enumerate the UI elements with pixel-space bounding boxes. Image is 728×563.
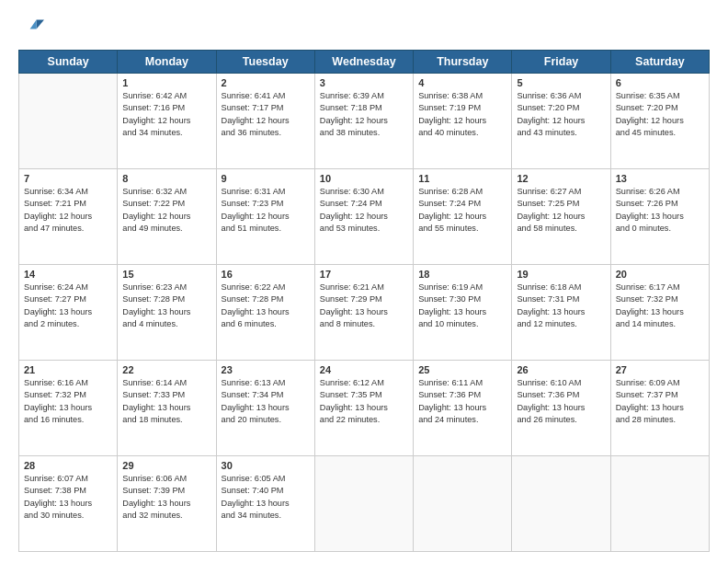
col-header-thursday: Thursday [414, 51, 512, 74]
day-cell: 8Sunrise: 6:32 AM Sunset: 7:22 PM Daylig… [118, 169, 216, 265]
col-header-wednesday: Wednesday [314, 51, 413, 74]
day-detail: Sunrise: 6:22 AM Sunset: 7:28 PM Dayligh… [222, 282, 310, 330]
day-detail: Sunrise: 6:23 AM Sunset: 7:28 PM Dayligh… [122, 282, 210, 330]
day-cell: 5Sunrise: 6:36 AM Sunset: 7:20 PM Daylig… [512, 74, 610, 169]
day-cell: 18Sunrise: 6:19 AM Sunset: 7:30 PM Dayli… [414, 265, 512, 361]
day-cell: 24Sunrise: 6:12 AM Sunset: 7:35 PM Dayli… [314, 361, 413, 456]
day-cell: 17Sunrise: 6:21 AM Sunset: 7:29 PM Dayli… [314, 265, 413, 361]
week-row-0: 1Sunrise: 6:42 AM Sunset: 7:16 PM Daylig… [19, 74, 710, 169]
day-cell [414, 456, 512, 552]
day-number: 15 [122, 269, 210, 280]
day-number: 20 [616, 269, 704, 280]
day-detail: Sunrise: 6:35 AM Sunset: 7:20 PM Dayligh… [616, 90, 704, 139]
day-cell: 30Sunrise: 6:05 AM Sunset: 7:40 PM Dayli… [216, 456, 314, 552]
day-detail: Sunrise: 6:36 AM Sunset: 7:20 PM Dayligh… [517, 90, 605, 139]
day-cell: 9Sunrise: 6:31 AM Sunset: 7:23 PM Daylig… [216, 169, 314, 265]
day-number: 27 [616, 364, 704, 375]
day-number: 29 [122, 460, 210, 471]
header [18, 15, 710, 40]
day-cell: 6Sunrise: 6:35 AM Sunset: 7:20 PM Daylig… [610, 74, 709, 169]
day-cell: 15Sunrise: 6:23 AM Sunset: 7:28 PM Dayli… [118, 265, 216, 361]
day-cell: 21Sunrise: 6:16 AM Sunset: 7:32 PM Dayli… [19, 361, 118, 456]
day-detail: Sunrise: 6:07 AM Sunset: 7:38 PM Dayligh… [24, 473, 112, 522]
week-row-1: 7Sunrise: 6:34 AM Sunset: 7:21 PM Daylig… [19, 169, 710, 265]
day-cell: 14Sunrise: 6:24 AM Sunset: 7:27 PM Dayli… [19, 265, 118, 361]
day-cell: 3Sunrise: 6:39 AM Sunset: 7:18 PM Daylig… [314, 74, 413, 169]
day-detail: Sunrise: 6:27 AM Sunset: 7:25 PM Dayligh… [517, 186, 605, 235]
day-number: 6 [616, 77, 704, 88]
day-cell: 7Sunrise: 6:34 AM Sunset: 7:21 PM Daylig… [19, 169, 118, 265]
day-cell [19, 74, 118, 169]
day-cell [314, 456, 413, 552]
day-number: 8 [122, 173, 210, 184]
day-cell: 1Sunrise: 6:42 AM Sunset: 7:16 PM Daylig… [118, 74, 216, 169]
day-detail: Sunrise: 6:28 AM Sunset: 7:24 PM Dayligh… [418, 186, 506, 235]
day-number: 9 [222, 173, 310, 184]
day-cell: 2Sunrise: 6:41 AM Sunset: 7:17 PM Daylig… [216, 74, 314, 169]
day-detail: Sunrise: 6:05 AM Sunset: 7:40 PM Dayligh… [222, 473, 310, 522]
day-detail: Sunrise: 6:30 AM Sunset: 7:24 PM Dayligh… [320, 186, 408, 235]
col-header-saturday: Saturday [610, 51, 709, 74]
day-cell: 26Sunrise: 6:10 AM Sunset: 7:36 PM Dayli… [512, 361, 610, 456]
day-cell [512, 456, 610, 552]
day-detail: Sunrise: 6:41 AM Sunset: 7:17 PM Dayligh… [222, 90, 310, 139]
day-detail: Sunrise: 6:21 AM Sunset: 7:29 PM Dayligh… [320, 282, 408, 330]
col-header-sunday: Sunday [19, 51, 118, 74]
day-detail: Sunrise: 6:17 AM Sunset: 7:32 PM Dayligh… [616, 282, 704, 330]
day-detail: Sunrise: 6:39 AM Sunset: 7:18 PM Dayligh… [320, 90, 408, 139]
day-detail: Sunrise: 6:16 AM Sunset: 7:32 PM Dayligh… [24, 377, 112, 426]
day-cell [610, 456, 709, 552]
day-number: 13 [616, 173, 704, 184]
day-detail: Sunrise: 6:06 AM Sunset: 7:39 PM Dayligh… [122, 473, 210, 522]
day-number: 18 [418, 269, 506, 280]
day-cell: 20Sunrise: 6:17 AM Sunset: 7:32 PM Dayli… [610, 265, 709, 361]
day-cell: 4Sunrise: 6:38 AM Sunset: 7:19 PM Daylig… [414, 74, 512, 169]
day-cell: 10Sunrise: 6:30 AM Sunset: 7:24 PM Dayli… [314, 169, 413, 265]
day-detail: Sunrise: 6:14 AM Sunset: 7:33 PM Dayligh… [122, 377, 210, 426]
logo [18, 15, 48, 40]
day-cell: 11Sunrise: 6:28 AM Sunset: 7:24 PM Dayli… [414, 169, 512, 265]
week-row-3: 21Sunrise: 6:16 AM Sunset: 7:32 PM Dayli… [19, 361, 710, 456]
day-detail: Sunrise: 6:09 AM Sunset: 7:37 PM Dayligh… [616, 377, 704, 426]
day-number: 4 [418, 77, 506, 88]
day-number: 2 [222, 77, 310, 88]
day-detail: Sunrise: 6:18 AM Sunset: 7:31 PM Dayligh… [517, 282, 605, 330]
day-detail: Sunrise: 6:26 AM Sunset: 7:26 PM Dayligh… [616, 186, 704, 235]
day-number: 21 [24, 364, 112, 375]
col-header-monday: Monday [118, 51, 216, 74]
day-number: 11 [418, 173, 506, 184]
day-detail: Sunrise: 6:42 AM Sunset: 7:16 PM Dayligh… [122, 90, 210, 139]
day-cell: 12Sunrise: 6:27 AM Sunset: 7:25 PM Dayli… [512, 169, 610, 265]
day-detail: Sunrise: 6:31 AM Sunset: 7:23 PM Dayligh… [222, 186, 310, 235]
week-row-2: 14Sunrise: 6:24 AM Sunset: 7:27 PM Dayli… [19, 265, 710, 361]
day-number: 26 [517, 364, 605, 375]
day-number: 14 [24, 269, 112, 280]
day-detail: Sunrise: 6:11 AM Sunset: 7:36 PM Dayligh… [418, 377, 506, 426]
day-detail: Sunrise: 6:32 AM Sunset: 7:22 PM Dayligh… [122, 186, 210, 235]
day-detail: Sunrise: 6:19 AM Sunset: 7:30 PM Dayligh… [418, 282, 506, 330]
day-number: 24 [320, 364, 408, 375]
day-cell: 25Sunrise: 6:11 AM Sunset: 7:36 PM Dayli… [414, 361, 512, 456]
day-detail: Sunrise: 6:38 AM Sunset: 7:19 PM Dayligh… [418, 90, 506, 139]
day-number: 19 [517, 269, 605, 280]
col-header-tuesday: Tuesday [216, 51, 314, 74]
day-cell: 19Sunrise: 6:18 AM Sunset: 7:31 PM Dayli… [512, 265, 610, 361]
calendar-header-row: SundayMondayTuesdayWednesdayThursdayFrid… [19, 51, 710, 74]
day-cell: 23Sunrise: 6:13 AM Sunset: 7:34 PM Dayli… [216, 361, 314, 456]
day-number: 7 [24, 173, 112, 184]
day-cell: 22Sunrise: 6:14 AM Sunset: 7:33 PM Dayli… [118, 361, 216, 456]
day-number: 3 [320, 77, 408, 88]
day-cell: 29Sunrise: 6:06 AM Sunset: 7:39 PM Dayli… [118, 456, 216, 552]
day-number: 23 [222, 364, 310, 375]
day-number: 25 [418, 364, 506, 375]
day-cell: 27Sunrise: 6:09 AM Sunset: 7:37 PM Dayli… [610, 361, 709, 456]
logo-icon [18, 15, 44, 40]
day-number: 28 [24, 460, 112, 471]
page: SundayMondayTuesdayWednesdayThursdayFrid… [0, 0, 728, 563]
day-number: 16 [222, 269, 310, 280]
day-number: 30 [222, 460, 310, 471]
week-row-4: 28Sunrise: 6:07 AM Sunset: 7:38 PM Dayli… [19, 456, 710, 552]
day-detail: Sunrise: 6:12 AM Sunset: 7:35 PM Dayligh… [320, 377, 408, 426]
day-detail: Sunrise: 6:24 AM Sunset: 7:27 PM Dayligh… [24, 282, 112, 330]
svg-marker-0 [37, 20, 44, 29]
